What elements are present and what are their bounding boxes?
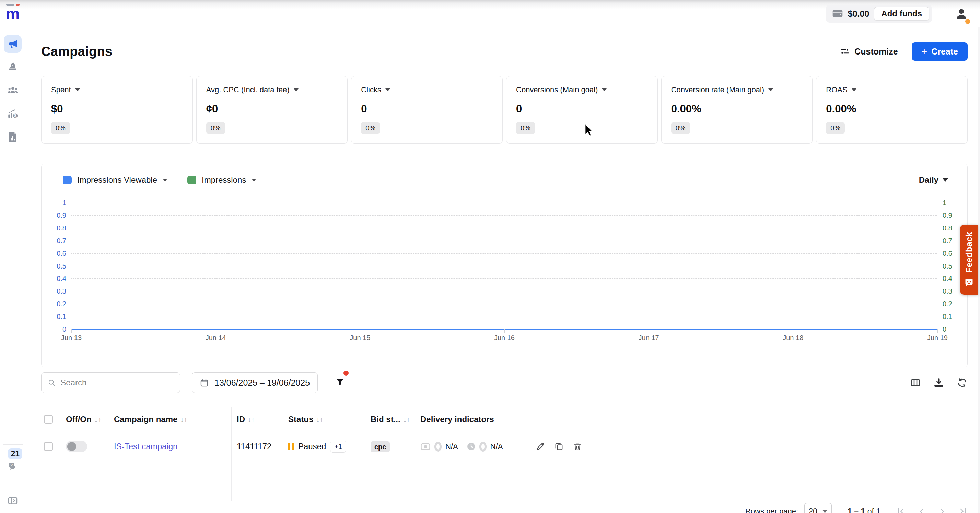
y-tick-label: 0.3 — [41, 288, 72, 295]
create-label: Create — [931, 47, 958, 57]
divider — [3, 482, 23, 482]
balance-pill[interactable]: $0.00 Add funds — [826, 5, 932, 23]
x-tick-label: Jun 13 — [61, 334, 82, 342]
sidebar-item-reports[interactable] — [4, 128, 22, 146]
search-input[interactable] — [60, 378, 173, 388]
next-page-button[interactable] — [937, 507, 947, 513]
x-tick-label: Jun 18 — [783, 334, 803, 342]
add-funds-button[interactable]: Add funds — [874, 7, 929, 21]
chart-dollar-icon: $ — [7, 108, 19, 120]
x-tick-label: Jun 14 — [205, 334, 226, 342]
y-tick-label: 0.7 — [41, 237, 72, 244]
gridline — [72, 253, 937, 254]
app-logo[interactable]: m — [4, 3, 21, 22]
wallet-icon — [832, 9, 843, 18]
sidebar-item-conversions[interactable]: $ — [4, 105, 22, 123]
edit-icon[interactable] — [536, 442, 545, 451]
paused-icon — [288, 443, 294, 450]
header-status[interactable]: Status↓↑ — [288, 415, 371, 424]
customize-label: Customize — [854, 47, 898, 57]
metric-change-badge: 0% — [51, 122, 70, 134]
metric-value: $0 — [51, 103, 183, 115]
customize-sliders-icon — [840, 47, 850, 56]
select-all-checkbox[interactable] — [44, 415, 53, 424]
create-button[interactable]: + Create — [912, 42, 968, 61]
scrollbar-track[interactable] — [978, 27, 980, 513]
gridline — [72, 266, 937, 267]
table-row: IS-Test campaign 11411172 Paused +1 cpc … — [26, 432, 980, 461]
gridline — [72, 304, 937, 304]
funnel-icon — [335, 377, 345, 387]
metric-card-roas: ROAS 0.00% 0% — [816, 76, 968, 144]
header-delivery-indicators: Delivery indicators — [420, 415, 525, 424]
sidebar-item-campaigns[interactable] — [4, 35, 22, 53]
metric-dropdown[interactable]: Avg. CPC (Incl. data fee) — [206, 86, 338, 94]
chevron-down-icon — [251, 179, 256, 181]
rows-per-page-select[interactable]: 20 — [804, 503, 832, 513]
metric-dropdown[interactable]: ROAS — [826, 86, 958, 94]
column-divider — [525, 407, 525, 501]
x-tick — [504, 329, 505, 333]
legend-impressions-viewable[interactable]: Impressions Viewable — [63, 175, 167, 185]
row-checkbox[interactable] — [44, 442, 53, 451]
campaign-name-link[interactable]: IS-Test campaign — [114, 442, 177, 451]
filter-button[interactable] — [335, 377, 347, 389]
status-extra-chip[interactable]: +1 — [330, 441, 346, 453]
customize-button[interactable]: Customize — [840, 47, 898, 57]
search-icon — [48, 378, 56, 387]
expand-sidebar-button[interactable] — [7, 495, 18, 508]
duplicate-icon[interactable] — [554, 442, 564, 451]
metric-change-badge: 0% — [206, 122, 225, 134]
columns-icon[interactable] — [910, 377, 921, 388]
metric-dropdown[interactable]: Conversions (Main goal) — [516, 86, 648, 94]
divider — [3, 445, 23, 445]
header-id[interactable]: ID↓↑ — [231, 415, 288, 424]
last-page-button[interactable] — [958, 507, 968, 513]
feedback-label: Feedback — [964, 232, 974, 273]
header-bid-strategy[interactable]: Bid st...↓↑ — [371, 415, 420, 424]
top-bar: m $0.00 Add funds — [0, 0, 980, 27]
download-icon[interactable] — [933, 377, 944, 388]
metric-card-conversions: Conversions (Main goal) 0 0% — [506, 76, 658, 144]
megaphone-icon — [7, 38, 18, 49]
gridline — [72, 278, 937, 279]
legend-label: Impressions Viewable — [77, 175, 157, 185]
header-off-on[interactable]: Off/On↓↑ — [66, 415, 114, 424]
gridline — [72, 203, 937, 203]
sidebar-item-creatives-wizard[interactable] — [4, 58, 22, 76]
sidebar-bottom: 21 ? — [0, 441, 25, 513]
legend-impressions[interactable]: Impressions — [187, 175, 256, 185]
bid-type-badge: cpc — [371, 442, 390, 452]
feedback-tab[interactable]: Feedback — [960, 225, 978, 295]
balance-amount: $0.00 — [848, 9, 870, 19]
metric-dropdown[interactable]: Clicks — [361, 86, 493, 94]
metric-dropdown[interactable]: Spent — [51, 86, 183, 94]
feedback-smiley-icon — [964, 278, 974, 287]
delete-icon[interactable] — [573, 442, 582, 451]
chevron-down-icon — [768, 89, 773, 91]
y-tick-label: 0 — [41, 326, 72, 333]
header-campaign-name[interactable]: Campaign name↓↑ — [114, 415, 231, 424]
date-range-picker[interactable]: 13/06/2025 – 19/06/2025 — [192, 372, 318, 393]
sidebar-item-audiences[interactable] — [4, 82, 22, 100]
first-page-button[interactable] — [896, 507, 906, 513]
x-tick-label: Jun 17 — [639, 334, 659, 342]
help-chat-icon: ? — [7, 461, 18, 472]
interval-dropdown[interactable]: Daily — [919, 175, 948, 185]
gauge-placeholder-icon — [434, 442, 442, 452]
y-tick-label: 0.1 — [41, 313, 72, 320]
chart-plot — [72, 203, 937, 329]
refresh-icon[interactable] — [957, 377, 968, 388]
status-label: Paused — [298, 442, 326, 451]
metric-dropdown[interactable]: Conversion rate (Main goal) — [671, 86, 803, 94]
avatar[interactable] — [955, 7, 968, 21]
metric-value: 0.00% — [671, 103, 803, 115]
toolbar-icons — [910, 377, 968, 388]
y-tick-label: 0.1 — [937, 313, 967, 320]
page-header: Campaigns Customize + Create — [26, 27, 980, 61]
campaign-toggle[interactable] — [66, 441, 87, 452]
svg-text:$: $ — [14, 113, 16, 118]
previous-page-button[interactable] — [917, 507, 926, 513]
chart-card: Impressions Viewable Impressions Daily 1… — [41, 164, 968, 367]
help-button[interactable]: ? — [7, 461, 18, 473]
